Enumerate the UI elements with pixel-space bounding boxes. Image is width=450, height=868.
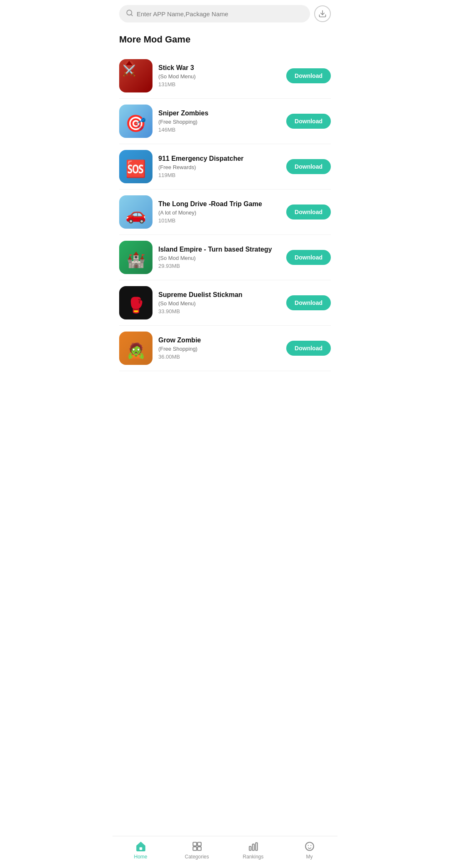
nav-label-categories: Categories <box>185 854 209 860</box>
game-icon-stick-war-3: ⚔️ <box>119 59 152 92</box>
game-name-grow-zombie: Grow Zombie <box>158 337 280 344</box>
game-icon-island-empire: 🏰 <box>119 241 152 274</box>
download-button-long-drive[interactable]: Download <box>286 205 331 219</box>
download-button-grow-zombie[interactable]: Download <box>286 341 331 356</box>
game-list: ⚔️ Stick War 3 (So Mod Menu) 131MB Downl… <box>119 53 331 371</box>
game-mod-911-emergency: (Free Rewards) <box>158 164 280 170</box>
svg-text:🚗: 🚗 <box>125 204 146 224</box>
my-icon <box>304 841 315 852</box>
download-button-island-empire[interactable]: Download <box>286 250 331 265</box>
nav-item-rankings[interactable]: Rankings <box>225 841 281 860</box>
game-size-sniper-zombies: 146MB <box>158 127 280 133</box>
nav-item-home[interactable]: Home <box>112 841 169 860</box>
game-info-supreme-duelist: Supreme Duelist Stickman (So Mod Menu) 3… <box>158 291 280 314</box>
section-title: More Mod Game <box>119 34 331 45</box>
game-size-stick-war-3: 131MB <box>158 81 280 87</box>
game-name-supreme-duelist: Supreme Duelist Stickman <box>158 291 280 299</box>
game-size-island-empire: 29.93MB <box>158 263 280 269</box>
svg-text:🎯: 🎯 <box>125 113 146 133</box>
game-name-island-empire: Island Empire - Turn based Strategy <box>158 246 280 253</box>
svg-text:🏰: 🏰 <box>127 251 145 269</box>
svg-rect-16 <box>198 842 201 846</box>
svg-point-22 <box>305 842 314 851</box>
download-button-stick-war-3[interactable]: Download <box>286 68 331 83</box>
game-info-911-emergency: 911 Emergency Dispatcher (Free Rewards) … <box>158 155 280 178</box>
game-icon-grow-zombie: 🧟 <box>119 332 152 365</box>
svg-rect-15 <box>193 842 197 846</box>
game-info-stick-war-3: Stick War 3 (So Mod Menu) 131MB <box>158 64 280 87</box>
svg-rect-20 <box>252 844 254 851</box>
svg-line-1 <box>131 14 132 15</box>
svg-rect-17 <box>193 847 197 851</box>
svg-point-24 <box>310 845 311 846</box>
game-mod-stick-war-3: (So Mod Menu) <box>158 73 280 80</box>
nav-label-home: Home <box>134 854 147 860</box>
game-item-supreme-duelist: 🥊 Supreme Duelist Stickman (So Mod Menu)… <box>119 280 331 326</box>
global-download-button[interactable] <box>314 5 331 22</box>
download-button-sniper-zombies[interactable]: Download <box>286 114 331 129</box>
game-item-sniper-zombies: 🎯 Sniper Zombies (Free Shopping) 146MB D… <box>119 99 331 144</box>
game-icon-sniper-zombies: 🎯 <box>119 105 152 138</box>
svg-rect-18 <box>198 847 201 851</box>
nav-item-categories[interactable]: Categories <box>169 841 225 860</box>
download-button-supreme-duelist[interactable]: Download <box>286 295 331 310</box>
home-icon <box>135 841 147 852</box>
main-content: More Mod Game ⚔️ Stick War 3 (So Mod Men… <box>112 27 338 404</box>
game-name-sniper-zombies: Sniper Zombies <box>158 110 280 117</box>
game-size-supreme-duelist: 33.90MB <box>158 308 280 314</box>
nav-label-my: My <box>306 854 313 860</box>
game-size-911-emergency: 119MB <box>158 172 280 178</box>
search-icon <box>126 9 133 18</box>
game-name-stick-war-3: Stick War 3 <box>158 64 280 72</box>
game-item-grow-zombie: 🧟 Grow Zombie (Free Shopping) 36.00MB Do… <box>119 326 331 371</box>
game-info-grow-zombie: Grow Zombie (Free Shopping) 36.00MB <box>158 337 280 360</box>
svg-rect-21 <box>255 843 257 850</box>
search-input[interactable] <box>137 10 303 17</box>
svg-text:🧟: 🧟 <box>127 342 145 359</box>
game-info-island-empire: Island Empire - Turn based Strategy (So … <box>158 246 280 269</box>
game-mod-island-empire: (So Mod Menu) <box>158 255 280 261</box>
game-size-grow-zombie: 36.00MB <box>158 354 280 360</box>
search-bar <box>112 0 338 27</box>
svg-point-23 <box>308 845 308 846</box>
svg-text:⚔️: ⚔️ <box>122 64 136 77</box>
game-item-911-emergency: 🆘 911 Emergency Dispatcher (Free Rewards… <box>119 144 331 190</box>
svg-text:🥊: 🥊 <box>127 296 145 314</box>
game-icon-911-emergency: 🆘 <box>119 150 152 183</box>
game-mod-sniper-zombies: (Free Shopping) <box>158 119 280 125</box>
nav-item-my[interactable]: My <box>281 841 338 860</box>
download-button-911-emergency[interactable]: Download <box>286 159 331 174</box>
game-icon-supreme-duelist: 🥊 <box>119 286 152 319</box>
game-info-sniper-zombies: Sniper Zombies (Free Shopping) 146MB <box>158 110 280 133</box>
game-mod-grow-zombie: (Free Shopping) <box>158 346 280 352</box>
game-name-long-drive: The Long Drive -Road Trip Game <box>158 200 280 208</box>
svg-rect-14 <box>139 847 142 850</box>
game-name-911-emergency: 911 Emergency Dispatcher <box>158 155 280 162</box>
game-icon-long-drive: 🚗 <box>119 195 152 229</box>
game-size-long-drive: 101MB <box>158 217 280 224</box>
game-item-stick-war-3: ⚔️ Stick War 3 (So Mod Menu) 131MB Downl… <box>119 53 331 99</box>
categories-icon <box>191 841 203 852</box>
nav-label-rankings: Rankings <box>242 854 263 860</box>
game-mod-long-drive: (A lot of Money) <box>158 210 280 216</box>
game-mod-supreme-duelist: (So Mod Menu) <box>158 300 280 307</box>
search-input-wrapper[interactable] <box>119 5 310 22</box>
rankings-icon <box>248 841 259 852</box>
game-info-long-drive: The Long Drive -Road Trip Game (A lot of… <box>158 200 280 224</box>
svg-text:🆘: 🆘 <box>125 159 146 179</box>
svg-rect-19 <box>249 846 251 851</box>
game-item-long-drive: 🚗 The Long Drive -Road Trip Game (A lot … <box>119 190 331 235</box>
game-item-island-empire: 🏰 Island Empire - Turn based Strategy (S… <box>119 235 331 280</box>
bottom-nav: Home Categories Rankings <box>112 836 338 868</box>
